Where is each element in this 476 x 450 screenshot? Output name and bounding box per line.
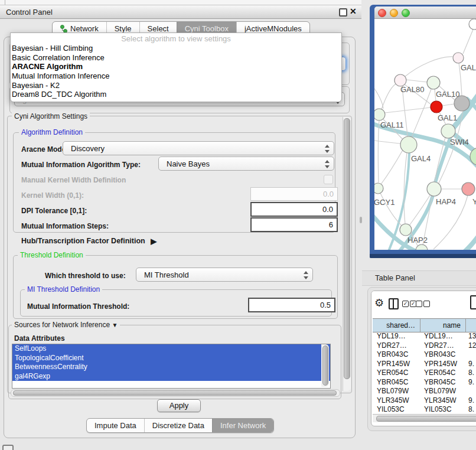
- table-cell: YBR045C: [373, 378, 420, 387]
- splitter-handle[interactable]: [360, 217, 362, 223]
- close-traffic-light-icon[interactable]: [378, 9, 386, 17]
- zoom-traffic-light-icon[interactable]: [402, 9, 410, 17]
- minimize-traffic-light-icon[interactable]: [390, 9, 398, 17]
- table-cell: 9.: [466, 360, 476, 369]
- bottom-tab-discretize-data[interactable]: Discretize Data: [144, 419, 212, 432]
- table-cell: YIL053C: [373, 405, 420, 414]
- network-edge-teal[interactable]: [456, 231, 476, 250]
- network-node-gal4[interactable]: [400, 136, 417, 153]
- chevron-down-icon[interactable]: ▼: [112, 322, 118, 328]
- network-node-gal11[interactable]: [374, 109, 385, 120]
- settings-vscrollbar[interactable]: [343, 117, 351, 391]
- dropdown-item[interactable]: Dream8 DC_TDC Algorithm: [11, 90, 341, 99]
- network-canvas[interactable]: GALGAL80GAL10GAL1GAL11SWI4GAL4GCY1HAP4YH…: [374, 19, 476, 250]
- data-attributes-list[interactable]: SelfLoopsTopologicalCoefficientBetweenne…: [12, 344, 331, 389]
- network-edge[interactable]: [385, 107, 431, 113]
- table-hscrollbar-thumb[interactable]: [376, 416, 476, 422]
- column-header-shared[interactable]: shared…: [373, 319, 420, 332]
- dpi-tolerance-field[interactable]: 0.0: [250, 202, 338, 217]
- network-node-swi4-node[interactable]: [441, 124, 455, 138]
- attribute-list-item[interactable]: TopologicalCoefficient: [12, 354, 330, 363]
- table-cell: YER054C: [373, 369, 420, 378]
- dropdown-item[interactable]: Bayesian - Hill Climbing: [11, 44, 341, 53]
- table-rows: YDL19…YDL19…13YDR27…YDR27…12YBR043CYBR04…: [373, 332, 476, 414]
- network-node-hap4[interactable]: [427, 182, 441, 196]
- network-window-titlebar[interactable]: [374, 6, 476, 19]
- dropdown-item[interactable]: Basic Correlation Inference: [11, 53, 341, 63]
- dropdown-item[interactable]: ARACNE Algorithm: [11, 62, 341, 71]
- network-node-gcy1[interactable]: [374, 183, 383, 194]
- attributes-vscrollbar-thumb[interactable]: [322, 345, 328, 386]
- apply-button[interactable]: Apply: [157, 399, 201, 412]
- hub-section-text: Hub/Transcription Factor Definition: [21, 237, 145, 245]
- network-node-gal80[interactable]: [395, 74, 406, 86]
- sources-title[interactable]: Sources for Network Inference ▼: [12, 321, 120, 329]
- network-node-label: GAL1: [438, 113, 457, 122]
- network-edge[interactable]: [382, 84, 396, 109]
- deselect-all-columns-icon[interactable]: [416, 301, 430, 307]
- network-edge[interactable]: [463, 30, 473, 54]
- network-edge[interactable]: [381, 150, 403, 184]
- network-edge[interactable]: [442, 104, 454, 106]
- table-row[interactable]: YIL053CYIL053C8.: [373, 405, 476, 414]
- mi-type-value: Naive Bayes: [167, 159, 210, 168]
- panel-toggle-icon[interactable]: [2, 445, 14, 450]
- gear-icon[interactable]: ⚙: [374, 296, 384, 309]
- manual-kernel-checkbox[interactable]: [324, 175, 333, 184]
- network-node-gal10[interactable]: [427, 76, 440, 89]
- table-cell: YBR045C: [420, 378, 466, 387]
- which-threshold-combo[interactable]: MI Threshold: [136, 268, 313, 282]
- table-row[interactable]: YLR345WYLR345W9.: [373, 396, 476, 406]
- column-header-partial[interactable]: [466, 319, 476, 332]
- table-row[interactable]: YDR27…YDR27…12: [373, 341, 476, 351]
- network-edge-teal[interactable]: [374, 123, 476, 174]
- network-node-partial-top[interactable]: [469, 19, 476, 30]
- aracne-mode-combo[interactable]: Discovery: [63, 141, 334, 155]
- control-panel-titlebar: Control Panel ✕: [0, 5, 361, 19]
- column-header-name[interactable]: name: [420, 319, 466, 332]
- export-table-icon[interactable]: [470, 295, 476, 309]
- columns-icon[interactable]: [389, 298, 399, 309]
- network-edge[interactable]: [412, 89, 431, 138]
- attribute-list-item[interactable]: BetweennessCentrality: [12, 363, 330, 372]
- network-edge[interactable]: [404, 57, 454, 77]
- threshold-title: Threshold Definition: [18, 251, 86, 259]
- settings-vscrollbar-thumb[interactable]: [344, 118, 350, 379]
- network-node-y-pink[interactable]: [462, 182, 475, 195]
- select-all-columns-icon[interactable]: ✓✓: [402, 301, 416, 307]
- network-edge[interactable]: [374, 89, 383, 109]
- chevron-right-icon[interactable]: ▶: [151, 237, 157, 246]
- dropdown-item[interactable]: Mutual Information Inference: [11, 71, 341, 81]
- network-edge[interactable]: [406, 80, 427, 82]
- network-node-gal2-pink[interactable]: [453, 53, 464, 63]
- network-node-gal1-red[interactable]: [431, 101, 442, 113]
- combo-arrows-icon: [325, 144, 330, 154]
- dropdown-item[interactable]: Bayesian - K2: [11, 81, 341, 90]
- network-node-hap2[interactable]: [400, 224, 412, 236]
- table-panel: ⚙ ✓✓ shared… name YDL19…YDL19…13YDR27…YD…: [371, 291, 476, 426]
- bottom-tab-infer-network[interactable]: Infer Network: [212, 419, 273, 432]
- network-edge[interactable]: [378, 120, 379, 182]
- float-panel-icon[interactable]: [339, 8, 347, 17]
- table-hscrollbar[interactable]: [373, 414, 476, 422]
- mi-threshold-field[interactable]: 0.5: [248, 298, 335, 312]
- close-icon[interactable]: ✕: [350, 6, 357, 16]
- attributes-hscrollbar[interactable]: [11, 389, 340, 397]
- table-row[interactable]: YBL079WYBL079W: [373, 387, 476, 396]
- table-row[interactable]: YBR045CYBR045C9.: [373, 378, 476, 387]
- network-window-frame[interactable]: GALGAL80GAL10GAL1GAL11SWI4GAL4GCY1HAP4YH…: [370, 5, 476, 258]
- attributes-vscrollbar[interactable]: [321, 344, 329, 387]
- attribute-list-item[interactable]: gal4RGexp: [12, 372, 330, 381]
- mi-type-combo[interactable]: Naive Bayes: [158, 156, 334, 171]
- table-row[interactable]: YPR145WYPR145W9.: [373, 360, 476, 369]
- bottom-tab-impute-data[interactable]: Impute Data: [87, 419, 144, 432]
- mi-steps-field[interactable]: 6: [250, 217, 338, 232]
- attribute-list-item[interactable]: SelfLoops: [12, 344, 330, 354]
- kernel-width-field[interactable]: 0.0: [250, 187, 338, 201]
- hub-section-label[interactable]: Hub/Transcription Factor Definition ▶: [21, 236, 157, 245]
- data-attributes-label: Data Attributes: [14, 334, 65, 343]
- table-row[interactable]: YDL19…YDL19…13: [373, 332, 476, 341]
- table-row[interactable]: YER054CYER054C8.: [373, 369, 476, 378]
- attributes-hscrollbar-thumb[interactable]: [13, 390, 337, 396]
- table-row[interactable]: YBR043CYBR043C: [373, 350, 476, 360]
